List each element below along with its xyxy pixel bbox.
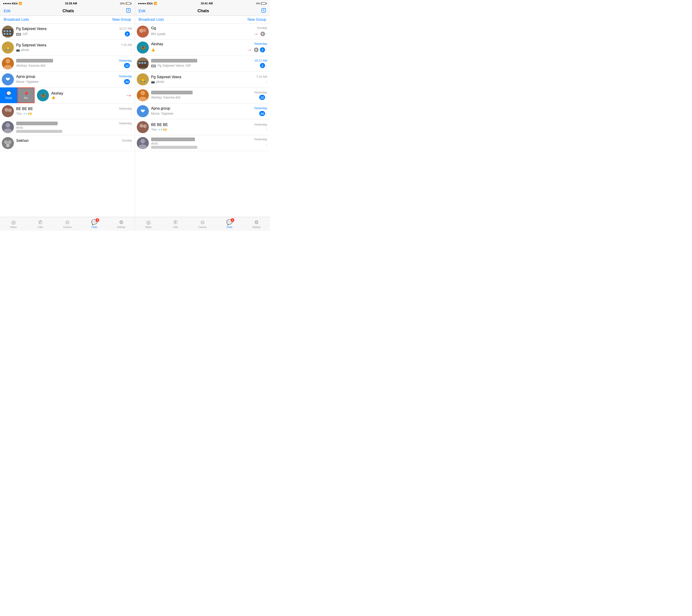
svg-text:❤: ❤ [5, 76, 10, 82]
left-tab-status[interactable]: ◎ Status [0, 219, 27, 228]
right-blurred-name-5 [151, 91, 193, 94]
akshay-name: Akshay [51, 91, 63, 95]
right-broadcast-bar: Broadcast Lists New Group [135, 16, 270, 24]
left-chat-item-5-action[interactable]: 💬 Read 📌 Pin 🦋 Akshay [0, 87, 135, 103]
right-avatar-4: 🙏 [137, 73, 149, 85]
right-tab-chats[interactable]: 💬 4 Chats [216, 219, 243, 228]
left-chat-item-8[interactable]: Sekhon Sunday › [0, 135, 135, 151]
gif-badge-r3: GIF [151, 65, 156, 67]
right-new-group[interactable]: New Group [247, 18, 266, 22]
right-avatar-1 [137, 26, 149, 38]
left-chat-list: Pg Satpreet Veera: 10:17 AM GIF GIF 2 › [0, 24, 135, 217]
right-chat-content-2: Akshay Yesterday 👍 → ✱ 2 › [151, 42, 267, 53]
chats-label: Chats [91, 226, 98, 228]
left-chat-item-1[interactable]: Pg Satpreet Veera: 10:17 AM GIF GIF 2 › [0, 24, 135, 40]
avatar-2: 🙏 [2, 42, 14, 54]
svg-rect-5 [4, 30, 5, 32]
left-new-group[interactable]: New Group [112, 18, 131, 22]
right-chat-time-6: Yesterday [254, 106, 267, 110]
left-tab-chats[interactable]: 💬 4 Chats [81, 219, 108, 228]
avatar-4: ❤ [2, 73, 14, 85]
right-chat-preview-2: 👍 [151, 48, 155, 52]
chats-badge-count: 4 [95, 218, 99, 222]
chat-name-8: Sekhon [16, 139, 28, 143]
right-chat-name-4: Pg Satpreet Veera [151, 75, 181, 79]
right-signal-dots [138, 3, 146, 4]
left-chat-item-3[interactable]: Yesterday Akshay: Kaunsa dslr 12 › [0, 56, 135, 71]
right-chat-item-7[interactable]: BE BE BE Yesterday You: ✔✔🙌 › [135, 119, 270, 135]
chevron-8: › [131, 143, 132, 147]
chat-content-3: Yesterday Akshay: Kaunsa dslr 12 › [16, 59, 132, 68]
battery-icon-left [126, 2, 131, 5]
svg-point-21 [5, 108, 8, 112]
right-chat-content-1: Gg Sunday Bht zyada → ✱ › [151, 26, 267, 37]
left-compose-button[interactable] [126, 8, 131, 14]
right-chat-preview-3: GIF Pg Satpreet Veera: GIF [151, 64, 191, 67]
chevron-r6: › [266, 111, 267, 115]
svg-rect-42 [144, 62, 146, 64]
badge-4: 34 [124, 79, 130, 84]
chat-name-2: Pg Satpreet Veera [16, 43, 46, 47]
left-chat-item-7[interactable]: Yesterday Amit: › [0, 119, 135, 135]
right-chat-item-2[interactable]: 🦋 Akshay Yesterday 👍 → ✱ 2 › [135, 40, 270, 56]
chat-time-6: Yesterday [119, 107, 132, 110]
right-avatar-2: 🦋 [137, 42, 149, 54]
left-broadcast-bar: Broadcast Lists New Group [0, 16, 135, 24]
right-tab-settings[interactable]: ⚙ Settings [243, 219, 270, 228]
avatar-8 [2, 137, 14, 149]
svg-rect-50 [137, 121, 149, 133]
right-chat-item-1[interactable]: Gg Sunday Bht zyada → ✱ › [135, 24, 270, 40]
chevron-r8: › [266, 143, 267, 147]
svg-text:🦋: 🦋 [140, 44, 146, 51]
read-label: Read [5, 97, 12, 100]
right-calls-label: Calls [173, 226, 178, 228]
right-compose-button[interactable] [261, 8, 266, 14]
right-nav-bar: Edit Chats [135, 6, 270, 16]
right-blurred-msg-8 [151, 146, 197, 149]
right-edit-button[interactable]: Edit [138, 9, 145, 14]
svg-text:🙏: 🙏 [5, 44, 11, 51]
right-chat-list: Gg Sunday Bht zyada → ✱ › [135, 24, 270, 217]
right-chat-item-5[interactable]: Yesterday Akshay: Kaunsa dslr 12 › [135, 87, 270, 103]
right-tab-calls[interactable]: ✆ Calls [162, 219, 189, 228]
chat-time-1: 10:17 AM [119, 27, 132, 30]
right-chat-item-3[interactable]: 10:17 AM GIF Pg Satpreet Veera: GIF 2 › [135, 56, 270, 71]
right-camera-label: Camera [198, 226, 207, 228]
signal-dots [3, 3, 11, 4]
right-chat-name-7: BE BE BE [151, 123, 168, 127]
left-edit-button[interactable]: Edit [4, 9, 10, 14]
settings-icon: ⚙ [119, 219, 124, 226]
blurred-name-7 [16, 122, 58, 125]
right-tab-status[interactable]: ◎ Status [135, 219, 162, 228]
right-calls-icon: ✆ [173, 219, 178, 226]
chat-content-7: Yesterday Amit: › [16, 122, 132, 133]
right-chat-item-8[interactable]: Yesterday Amit: › [135, 135, 270, 151]
right-chat-time-8: Yesterday [254, 137, 267, 141]
right-chat-item-6[interactable]: ❤ Apna group Yesterday Mona: Yippieee 34… [135, 103, 270, 119]
left-tab-calls[interactable]: ✆ Calls [27, 219, 54, 228]
right-chat-content-4: Pg Satpreet Veera 7:15 AM 📷 photo › [151, 75, 267, 84]
left-tab-camera[interactable]: ⊙ Camera [54, 219, 81, 228]
right-broadcast-lists[interactable]: Broadcast Lists [138, 18, 164, 22]
svg-rect-26 [2, 137, 14, 149]
svg-point-24 [5, 123, 10, 128]
left-battery-section: 10% [120, 2, 131, 5]
left-broadcast-lists[interactable]: Broadcast Lists [4, 18, 29, 22]
akshay-chat-content[interactable]: 🦋 Akshay 👍 → [35, 87, 135, 103]
left-tab-settings[interactable]: ⚙ Settings [108, 219, 135, 228]
left-chat-item-4[interactable]: ❤ Apna group Yesterday Mona: Yippieee 34… [0, 71, 135, 87]
right-chat-time-2: Yesterday [254, 42, 267, 45]
left-time: 10:28 AM [65, 2, 77, 5]
left-chat-item-6[interactable]: BE BE BE Yesterday You: ✔✔🙌 › [0, 103, 135, 119]
right-chat-item-4[interactable]: 🙏 Pg Satpreet Veera 7:15 AM 📷 photo › [135, 71, 270, 87]
left-nav-title: Chats [63, 8, 74, 14]
read-action-button[interactable]: 💬 Read [0, 87, 17, 103]
red-arrow-r1: → [253, 31, 259, 37]
read-icon: 💬 [6, 91, 11, 96]
pin-action-button[interactable]: 📌 Pin [17, 87, 35, 103]
left-chat-item-2[interactable]: 🙏 Pg Satpreet Veera 7:15 AM 📷 photo › [0, 40, 135, 56]
right-tab-camera[interactable]: ⊙ Camera [189, 219, 216, 228]
right-battery-section: 9% [256, 2, 267, 5]
right-avatar-3 [137, 58, 149, 69]
chat-preview-3: Akshay: Kaunsa dslr [16, 64, 46, 67]
